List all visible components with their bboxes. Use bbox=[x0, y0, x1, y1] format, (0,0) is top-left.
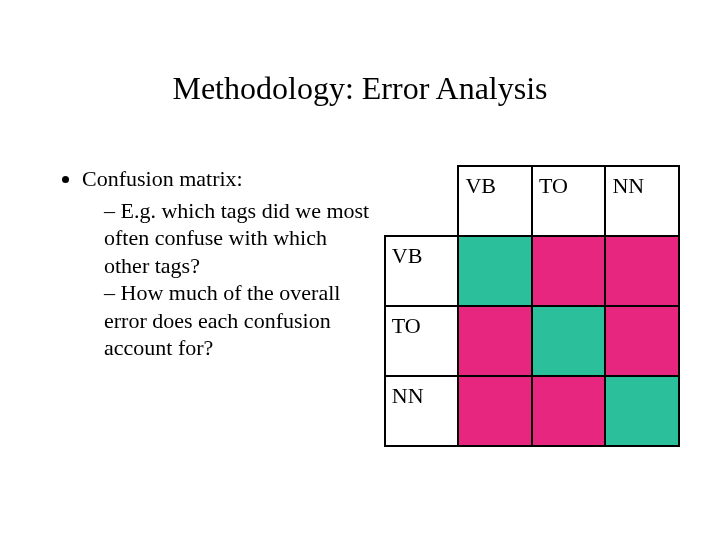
matrix-row-vb: VB bbox=[385, 236, 679, 306]
matrix-cell-nn-to bbox=[532, 376, 605, 446]
matrix-col-header-vb: VB bbox=[458, 166, 532, 236]
bullet-main-text: Confusion matrix: bbox=[82, 166, 243, 191]
matrix-row-nn: NN bbox=[385, 376, 679, 446]
matrix-cell-vb-to bbox=[532, 236, 605, 306]
matrix-cell-nn-nn bbox=[605, 376, 679, 446]
slide-title: Methodology: Error Analysis bbox=[0, 70, 720, 107]
matrix-cell-vb-vb bbox=[458, 236, 532, 306]
matrix-cell-to-to bbox=[532, 306, 605, 376]
slide-body: Confusion matrix: E.g. which tags did we… bbox=[60, 165, 680, 447]
matrix-cell-vb-nn bbox=[605, 236, 679, 306]
matrix-row-header-to: TO bbox=[385, 306, 459, 376]
bullet-sub-1: E.g. which tags did we most often confus… bbox=[104, 197, 374, 280]
bullet-text: Confusion matrix: E.g. which tags did we… bbox=[60, 165, 374, 362]
matrix-cell-nn-vb bbox=[458, 376, 532, 446]
bullet-main: Confusion matrix: E.g. which tags did we… bbox=[82, 165, 374, 362]
confusion-matrix: VB TO NN VB TO NN bbox=[384, 165, 680, 447]
matrix-cell-to-nn bbox=[605, 306, 679, 376]
matrix-row-header-vb: VB bbox=[385, 236, 459, 306]
matrix-col-header-to: TO bbox=[532, 166, 605, 236]
matrix-header-row: VB TO NN bbox=[385, 166, 679, 236]
matrix-corner-cell bbox=[385, 166, 459, 236]
matrix-cell-to-vb bbox=[458, 306, 532, 376]
matrix-row-to: TO bbox=[385, 306, 679, 376]
matrix-row-header-nn: NN bbox=[385, 376, 459, 446]
matrix-col-header-nn: NN bbox=[605, 166, 679, 236]
bullet-sub-2: How much of the overall error does each … bbox=[104, 279, 374, 362]
slide: Methodology: Error Analysis Confusion ma… bbox=[0, 0, 720, 540]
